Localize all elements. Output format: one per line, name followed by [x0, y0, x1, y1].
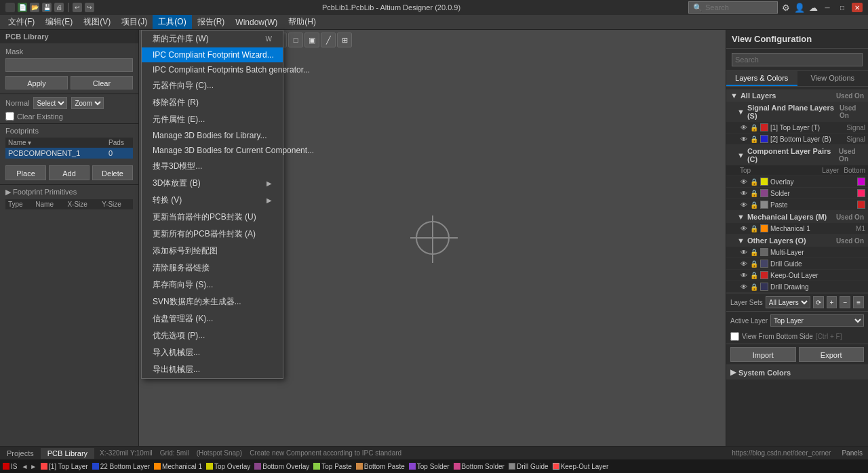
- layer-menu-btn[interactable]: ≡: [853, 296, 864, 308]
- tab-view-options[interactable]: View Options: [797, 71, 869, 86]
- menu-file[interactable]: 文件(F): [3, 15, 40, 29]
- layer-add-btn[interactable]: +: [827, 296, 837, 308]
- select-dropdown[interactable]: Select: [33, 97, 67, 109]
- bottom-layer-row[interactable]: 👁 🔒 [2] Bottom Layer (B) Signal: [726, 133, 868, 145]
- mech1-lock[interactable]: 🔒: [750, 224, 758, 232]
- paste-lock[interactable]: 🔒: [750, 201, 758, 209]
- dd-component-props[interactable]: 元件属性 (E)...: [142, 111, 283, 128]
- layer-refresh-btn[interactable]: ⟳: [813, 296, 824, 308]
- dropdown-menu[interactable]: 新的元件库 (W) W IPC Compliant Footprint Wiza…: [141, 30, 283, 379]
- dd-search-3d[interactable]: 搜寻3D模型...: [142, 158, 283, 175]
- clear-existing-checkbox[interactable]: [5, 112, 14, 121]
- dd-remove-component[interactable]: 移除器件 (R): [142, 94, 283, 111]
- drill-drawing-eye[interactable]: 👁: [740, 283, 748, 291]
- close-button[interactable]: ✕: [852, 3, 863, 12]
- cloud-icon[interactable]: ☁: [809, 3, 818, 13]
- multi-lock[interactable]: 🔒: [750, 248, 758, 256]
- nav-arrows[interactable]: ◄ ►: [21, 463, 37, 470]
- drill-guide-eye[interactable]: 👁: [740, 260, 748, 268]
- menu-window[interactable]: Window(W): [230, 16, 283, 28]
- menu-project[interactable]: 项目(J): [116, 15, 153, 29]
- rect2-tool[interactable]: ▣: [304, 33, 319, 47]
- place-button[interactable]: Place: [5, 165, 46, 180]
- delete-button[interactable]: Delete: [92, 165, 133, 180]
- search-input[interactable]: [705, 3, 773, 12]
- bottom-layer-eye[interactable]: 👁: [740, 135, 748, 143]
- bottom-layer-indicator[interactable]: 22 Bottom Layer: [92, 463, 150, 470]
- active-layer-select[interactable]: Top Layer: [770, 314, 864, 327]
- drill-drawing-lock[interactable]: 🔒: [750, 283, 758, 291]
- settings-icon[interactable]: ⚙: [782, 3, 790, 13]
- solder-lock[interactable]: 🔒: [750, 189, 758, 197]
- drill-guide-lock[interactable]: 🔒: [750, 260, 758, 268]
- dd-component-wizard[interactable]: 元器件向导 (C)...: [142, 77, 283, 94]
- drill-drawing-row[interactable]: 👁 🔒 Drill Drawing: [726, 281, 868, 293]
- other-layers-header[interactable]: ▼ Other Layers (O) Used On: [726, 234, 868, 247]
- top-layer-eye[interactable]: 👁: [740, 123, 748, 131]
- mechanical-layers-header[interactable]: ▼ Mechanical Layers (M) Used On: [726, 211, 868, 223]
- dd-board-manager[interactable]: 信盘管理器 (K)...: [142, 310, 283, 327]
- redo-icon[interactable]: ↪: [85, 3, 94, 12]
- export-button[interactable]: Export: [799, 347, 865, 362]
- dd-preferences[interactable]: 优先选项 (P)...: [142, 327, 283, 344]
- mask-input[interactable]: [5, 58, 133, 72]
- system-colors-header[interactable]: ▶ System Colors: [726, 365, 868, 379]
- multi-layer-row[interactable]: 👁 🔒 Multi-Layer: [726, 247, 868, 258]
- signal-layers-header[interactable]: ▼ Signal And Plane Layers (S) Used On: [726, 102, 868, 122]
- all-layers-header[interactable]: ▼ All Layers Used On: [726, 89, 868, 102]
- dd-3d-place[interactable]: 3D体放置 (B) ▶: [142, 175, 283, 192]
- dd-new-component[interactable]: 新的元件库 (W) W: [142, 30, 283, 47]
- layer-sets-select[interactable]: All Layers: [766, 296, 810, 308]
- dd-update-current[interactable]: 更新当前器件的PCB封装 (U): [142, 209, 283, 226]
- panels-button[interactable]: Panels: [836, 449, 868, 457]
- projects-tab[interactable]: Projects: [0, 448, 41, 459]
- mech1-indicator[interactable]: Mechanical 1: [154, 463, 202, 470]
- undo-icon[interactable]: ↩: [73, 3, 82, 12]
- print-icon[interactable]: 🖨: [54, 3, 64, 12]
- solder-eye[interactable]: 👁: [740, 189, 748, 197]
- open-icon[interactable]: 📂: [30, 3, 39, 12]
- mech1-row[interactable]: 👁 🔒 Mechanical 1 M1: [726, 223, 868, 234]
- component-layers-header[interactable]: ▼ Component Layer Pairs (C) Used On: [726, 145, 868, 165]
- dd-manage-3d-comp[interactable]: Manage 3D Bodies for Current Component..…: [142, 143, 283, 158]
- user-icon[interactable]: 👤: [794, 3, 805, 13]
- menu-help[interactable]: 帮助(H): [283, 15, 321, 29]
- overlay-lock[interactable]: 🔒: [750, 178, 758, 186]
- keepout-row[interactable]: 👁 🔒 Keep-Out Layer: [726, 270, 868, 281]
- line-tool[interactable]: ╱: [321, 33, 336, 47]
- pcb-library-tab[interactable]: PCB Library: [41, 448, 94, 459]
- menu-view[interactable]: 视图(V): [78, 15, 116, 29]
- drill-guide-row[interactable]: 👁 🔒 Drill Guide: [726, 258, 868, 270]
- top-paste-indicator[interactable]: Top Paste: [313, 463, 351, 470]
- grid-tool[interactable]: ⊞: [337, 33, 352, 47]
- minimize-button[interactable]: ─: [822, 3, 833, 12]
- bottom-paste-indicator[interactable]: Bottom Paste: [356, 463, 405, 470]
- new-icon[interactable]: 📄: [18, 3, 27, 12]
- layer-remove-btn[interactable]: −: [840, 296, 850, 308]
- maximize-button[interactable]: □: [837, 3, 848, 12]
- keepout-eye[interactable]: 👁: [740, 271, 748, 279]
- dd-import-mech[interactable]: 导入机械层...: [142, 344, 283, 361]
- dd-manage-3d-lib[interactable]: Manage 3D Bodies for Library...: [142, 128, 283, 143]
- dd-library-advisor[interactable]: 库存商向导 (S)...: [142, 276, 283, 293]
- menu-edit[interactable]: 编辑(E): [40, 15, 78, 29]
- overlay-eye[interactable]: 👁: [740, 178, 748, 186]
- dd-ipc-wizard[interactable]: IPC Compliant Footprint Wizard...: [142, 47, 283, 62]
- dd-remove-server[interactable]: 清除服务器链接: [142, 260, 283, 276]
- import-button[interactable]: Import: [730, 347, 796, 362]
- paste-eye[interactable]: 👁: [740, 201, 748, 209]
- menu-report[interactable]: 报告(R): [192, 15, 231, 29]
- top-layer-lock[interactable]: 🔒: [750, 123, 758, 131]
- multi-eye[interactable]: 👁: [740, 248, 748, 256]
- dd-export-mech[interactable]: 导出机械层...: [142, 361, 283, 378]
- paste-row[interactable]: 👁 🔒 Paste: [726, 199, 868, 211]
- solder-row[interactable]: 👁 🔒 Solder: [726, 188, 868, 199]
- save-icon[interactable]: 💾: [42, 3, 52, 12]
- right-search-input[interactable]: [732, 53, 863, 66]
- tab-layers-colors[interactable]: Layers & Colors: [726, 71, 797, 86]
- apply-button[interactable]: Apply: [5, 76, 68, 89]
- dd-add-designator[interactable]: 添加标号到绘配图: [142, 243, 283, 260]
- dd-ipc-batch[interactable]: IPC Compliant Footprints Batch generator…: [142, 62, 283, 77]
- top-overlay-indicator[interactable]: Top Overlay: [206, 463, 250, 470]
- overlay-row[interactable]: 👁 🔒 Overlay: [726, 176, 868, 188]
